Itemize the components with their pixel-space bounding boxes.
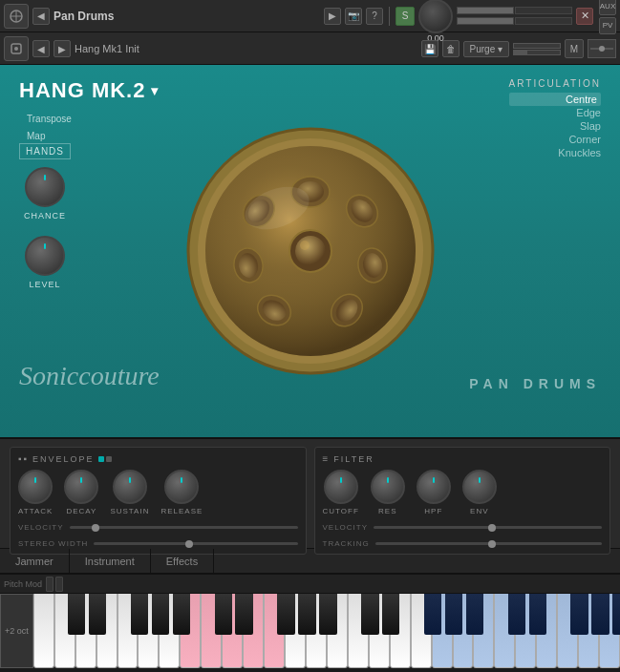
envelope-icon: ▪▪: [18, 453, 29, 464]
articulation-slap[interactable]: Slap: [509, 119, 601, 133]
tab-jammer[interactable]: Jammer: [0, 549, 70, 573]
keyboard-area: Pitch Mod +2 oct: [0, 573, 620, 668]
mute-btn[interactable]: M: [565, 39, 584, 58]
black-key-7[interactable]: [235, 594, 252, 635]
velocity-label-env: VELOCITY: [18, 523, 64, 532]
keyboard-controls: Pitch Mod: [0, 575, 620, 594]
articulation-list: Centre Edge Slap Corner Knuckles: [509, 93, 601, 159]
nav-next-preset[interactable]: ▶: [53, 40, 71, 57]
black-key-5[interactable]: [173, 594, 190, 635]
logo-icon-2: [4, 36, 29, 61]
velocity-slider-filter[interactable]: [374, 526, 602, 529]
env-indicator-1: [98, 456, 104, 462]
level-knob[interactable]: [25, 236, 65, 276]
release-label: RELEASE: [160, 507, 203, 515]
env-knob[interactable]: [462, 470, 497, 504]
delete-preset-btn[interactable]: 🗑: [442, 40, 460, 57]
pitch-mod-slider-2[interactable]: [55, 577, 63, 592]
black-key-11[interactable]: [361, 594, 378, 635]
black-key-1[interactable]: [68, 594, 85, 635]
black-key-14[interactable]: [445, 594, 462, 635]
pan-control[interactable]: [588, 39, 616, 58]
black-key-15[interactable]: [466, 594, 483, 635]
articulation-centre[interactable]: Centre: [509, 93, 601, 106]
sustain-knob[interactable]: [113, 470, 147, 504]
top-bar: ◀ Pan Drums ▶ 📷 ? S Tune 0.00 ✕ AUX PV: [0, 0, 620, 65]
black-key-19[interactable]: [591, 594, 609, 635]
nav-prev-preset[interactable]: ◀: [32, 40, 50, 57]
close-btn[interactable]: ✕: [576, 8, 593, 25]
black-key-16[interactable]: [508, 594, 525, 635]
stereo-width-slider[interactable]: [94, 542, 297, 545]
articulation-knuckles[interactable]: Knuckles: [509, 146, 601, 159]
aux-btn[interactable]: AUX: [599, 0, 616, 15]
svg-point-4: [14, 47, 18, 51]
nav-next-instrument[interactable]: ▶: [324, 8, 341, 25]
attack-label: ATTACK: [18, 507, 53, 515]
pitch-mod-slider-1[interactable]: [46, 577, 53, 592]
chance-knob[interactable]: [25, 167, 65, 207]
cutoff-knob[interactable]: [324, 470, 358, 504]
pitch-mod-sliders: [46, 577, 63, 592]
nav-transpose[interactable]: Transpose: [27, 111, 72, 128]
hpf-knob[interactable]: [417, 470, 451, 504]
title-dropdown[interactable]: ▾: [151, 83, 159, 98]
sustain-label: SUSTAIN: [110, 507, 149, 515]
velocity-slider-env[interactable]: [70, 526, 298, 529]
pv-btn[interactable]: PV: [599, 17, 616, 34]
filter-icon: ≡: [323, 453, 331, 464]
black-key-10[interactable]: [319, 594, 336, 635]
stereo-width-label: STEREO WIDTH: [18, 539, 88, 548]
articulation-edge[interactable]: Edge: [509, 106, 601, 119]
camera-btn[interactable]: 📷: [345, 8, 362, 25]
branding-text: Soniccouture: [19, 361, 160, 391]
release-knob[interactable]: [164, 470, 199, 504]
solo-btn[interactable]: S: [396, 7, 415, 26]
hands-label: HANDS: [19, 143, 71, 159]
black-key-8[interactable]: [277, 594, 294, 635]
black-key-2[interactable]: [89, 594, 106, 635]
tab-effects[interactable]: Effects: [151, 549, 214, 573]
instrument-name: Pan Drums: [53, 10, 320, 23]
level-bar-3: [457, 17, 514, 25]
black-key-9[interactable]: [298, 594, 315, 635]
black-key-17[interactable]: [529, 594, 546, 635]
velocity-label-filter: VELOCITY: [323, 523, 369, 532]
envelope-panel: ▪▪ ENVELOPE ATTACK DECAY SUSTA: [10, 447, 307, 555]
octave-btn[interactable]: +2 oct: [0, 594, 33, 668]
tune-area: Tune 0.00: [418, 0, 453, 43]
decay-knob[interactable]: [64, 470, 98, 504]
purge-btn[interactable]: Purge ▾: [463, 41, 509, 57]
tracking-slider[interactable]: [375, 542, 602, 545]
instrument-title: HANG MK.2 ▾: [19, 78, 159, 103]
black-key-18[interactable]: [570, 594, 588, 635]
black-key-4[interactable]: [152, 594, 169, 635]
save-preset-btn[interactable]: 💾: [421, 40, 438, 57]
black-key-13[interactable]: [424, 594, 441, 635]
black-key-6[interactable]: [215, 594, 232, 635]
articulation-title: ARTICULATION: [509, 78, 601, 89]
level-bar-4: [515, 17, 572, 25]
svg-point-11: [300, 241, 310, 250]
decay-label: DECAY: [66, 507, 96, 515]
tune-knob[interactable]: [418, 0, 453, 33]
preset-name: Hang Mk1 Init: [75, 43, 417, 54]
black-key-20[interactable]: [612, 594, 620, 635]
black-key-12[interactable]: [382, 594, 399, 635]
nav-prev-instrument[interactable]: ◀: [32, 8, 50, 25]
info-btn[interactable]: ?: [366, 8, 383, 25]
tracking-label: TRACKING: [323, 539, 370, 548]
chance-label: CHANCE: [24, 211, 66, 220]
attack-knob[interactable]: [18, 470, 53, 504]
res-knob[interactable]: [371, 470, 405, 504]
keys-container: +2 oct: [0, 594, 620, 668]
tab-instrument[interactable]: Instrument: [70, 549, 151, 573]
level-bar-2: [515, 7, 572, 14]
white-key-1[interactable]: [33, 594, 54, 668]
logo-icon: [4, 4, 29, 29]
svg-point-10: [295, 236, 326, 266]
articulation-corner[interactable]: Corner: [509, 133, 601, 146]
black-key-3[interactable]: [131, 594, 148, 635]
res-label: RES: [378, 507, 396, 515]
filter-panel: ≡ FILTER CUTOFF RES HPF ENV: [314, 447, 611, 555]
